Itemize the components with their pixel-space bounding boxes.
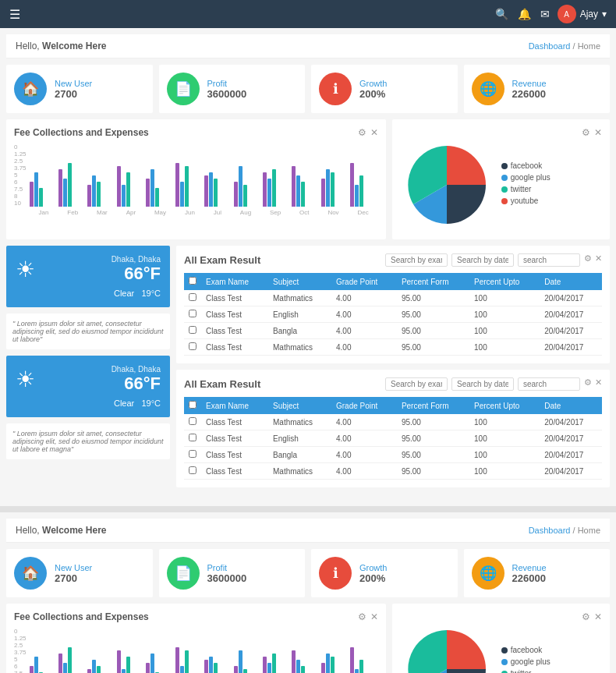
close-icon-2[interactable]: ✕ bbox=[370, 611, 378, 622]
search-input-2[interactable] bbox=[518, 377, 580, 391]
exam-table: Exam NameSubjectGrade PointPercent FormP… bbox=[184, 397, 602, 480]
cell-3-2: 4.00 bbox=[331, 339, 397, 356]
cell-0-0: Class Test bbox=[201, 290, 268, 306]
stat-value-1: 3600000 bbox=[207, 572, 298, 584]
bar-0-1 bbox=[34, 172, 38, 207]
legend-item-2: twitter bbox=[501, 669, 551, 673]
row-checkbox-0[interactable] bbox=[189, 417, 196, 425]
weather-temp-1: 66°F bbox=[112, 374, 161, 394]
search-input-0[interactable] bbox=[385, 377, 448, 391]
stat-value-3: 226000 bbox=[512, 572, 603, 584]
weather-sub-0: Clear 19°C bbox=[16, 289, 161, 298]
row-checkbox-3[interactable] bbox=[189, 466, 196, 474]
welcome-text-1: Hello, Welcome Here bbox=[16, 41, 107, 51]
select-all-checkbox[interactable] bbox=[189, 277, 196, 285]
exam-card: All Exam Result ⚙ ✕ Exam NameSubjectGrad… bbox=[176, 246, 610, 363]
row-checkbox-1[interactable] bbox=[189, 434, 196, 441]
bar-3-1 bbox=[122, 185, 126, 207]
bar-1-2 bbox=[68, 647, 72, 673]
bar-9-1 bbox=[296, 175, 300, 207]
search-input-2[interactable] bbox=[518, 253, 580, 267]
checkbox-col-header bbox=[184, 273, 201, 290]
cell-2-0: Class Test bbox=[201, 447, 268, 463]
breadcrumb-dashboard-link-2[interactable]: Dashboard bbox=[529, 526, 571, 535]
bar-group-11 bbox=[350, 163, 377, 207]
bar-8-0 bbox=[263, 172, 267, 207]
x-label: Aug bbox=[240, 209, 251, 216]
stat-value-2: 200% bbox=[359, 572, 450, 584]
row-checkbox-3[interactable] bbox=[189, 342, 196, 350]
stat-icon-2: ℹ bbox=[319, 557, 352, 590]
stats-row-2: 🏠 New User 2700 📄 Profit 3600000 ℹ Growt… bbox=[6, 549, 610, 597]
y-label: 2.5 bbox=[14, 642, 27, 649]
exam-controls: ⚙ ✕ bbox=[385, 253, 602, 267]
exam-header: All Exam Result ⚙ ✕ bbox=[184, 253, 602, 267]
link-icon-pie[interactable]: ⚙ bbox=[582, 127, 590, 138]
bar-group-3 bbox=[117, 166, 144, 207]
table-row: Class TestEnglish4.0095.0010020/04/2017 bbox=[184, 430, 602, 447]
bar-7-1 bbox=[239, 166, 243, 207]
bar-4-2 bbox=[155, 188, 159, 207]
breadcrumb-dashboard-link[interactable]: Dashboard bbox=[529, 41, 571, 51]
bar-group-7 bbox=[234, 166, 261, 207]
row-checkbox-2[interactable] bbox=[189, 450, 196, 458]
bar-5-1 bbox=[180, 182, 184, 207]
row-checkbox-1[interactable] bbox=[189, 310, 196, 317]
charts-row-1: ⚙ ✕ Fee Collections and Expenses 1087.56… bbox=[6, 119, 610, 239]
legend-dot-1 bbox=[501, 659, 508, 665]
weather-right-0: Dhaka, Dhaka 66°F bbox=[112, 255, 161, 284]
settings-icon[interactable]: ✕ bbox=[595, 253, 602, 267]
bar-11-2 bbox=[359, 175, 363, 207]
stat-card-2: ℹ Growth 200% bbox=[311, 65, 458, 113]
section-2: Hello, Welcome Here Dashboard / Home 🏠 N… bbox=[0, 512, 616, 673]
bar-10-0 bbox=[321, 663, 325, 673]
bar-6-2 bbox=[214, 663, 218, 673]
search-input-0[interactable] bbox=[385, 253, 448, 267]
y-label: 5 bbox=[14, 172, 27, 179]
stat-label-3: Revenue bbox=[512, 563, 603, 572]
cell-0-4: 100 bbox=[469, 290, 540, 306]
cell-2-1: Bangla bbox=[268, 447, 331, 463]
cell-1-4: 100 bbox=[469, 430, 540, 447]
legend-item-1: google plus bbox=[501, 657, 551, 666]
link-icon[interactable]: ⚙ bbox=[358, 127, 366, 138]
legend-label-2: twitter bbox=[511, 669, 532, 673]
stat-icon-3: 🌐 bbox=[472, 557, 504, 590]
bar-group-5 bbox=[175, 163, 203, 207]
user-avatar[interactable]: A Ajay ▾ bbox=[558, 5, 607, 23]
search-input-1[interactable] bbox=[451, 253, 514, 267]
row-checkbox-0[interactable] bbox=[189, 293, 196, 301]
legend-item-2: twitter bbox=[501, 185, 551, 193]
row-checkbox-2[interactable] bbox=[189, 326, 196, 334]
bar-6-0 bbox=[204, 660, 208, 673]
cell-3-3: 95.00 bbox=[397, 339, 469, 356]
hamburger-icon[interactable]: ☰ bbox=[9, 7, 20, 22]
message-icon[interactable]: ✉ bbox=[540, 8, 550, 20]
search-icon[interactable]: 🔍 bbox=[495, 8, 508, 20]
settings-icon[interactable]: ✕ bbox=[595, 377, 602, 391]
bar-8-2 bbox=[272, 169, 276, 207]
bar-group-11 bbox=[350, 647, 377, 673]
close-icon-pie-2[interactable]: ✕ bbox=[594, 611, 602, 622]
settings-icon-2[interactable]: ⚙ bbox=[358, 611, 366, 622]
stat-info-1: Profit 3600000 bbox=[207, 563, 298, 584]
bar-5-1 bbox=[180, 666, 184, 673]
filter-icon[interactable]: ⚙ bbox=[584, 253, 592, 267]
settings-icon-pie-2[interactable]: ⚙ bbox=[582, 611, 590, 622]
close-icon-pie[interactable]: ✕ bbox=[594, 127, 602, 138]
cell-2-5: 20/04/2017 bbox=[540, 447, 602, 463]
bar-8-2 bbox=[272, 654, 276, 673]
filter-icon[interactable]: ⚙ bbox=[584, 377, 592, 391]
notification-icon[interactable]: 🔔 bbox=[518, 8, 531, 20]
cell-2-3: 95.00 bbox=[397, 447, 469, 463]
settings-icon[interactable]: ✕ bbox=[370, 127, 378, 138]
stat-info-2: Growth 200% bbox=[359, 563, 450, 584]
cell-0-3: 95.00 bbox=[397, 290, 469, 306]
pie-legend-2: facebookgoogle plustwitteryoutube bbox=[501, 646, 551, 673]
pie-container-1: facebookgoogle plustwitteryoutube bbox=[400, 138, 602, 232]
select-all-checkbox[interactable] bbox=[189, 401, 196, 409]
search-input-1[interactable] bbox=[451, 377, 514, 391]
cell-1-5: 20/04/2017 bbox=[540, 430, 602, 447]
bar-9-2 bbox=[301, 182, 305, 207]
pie-container-2: facebookgoogle plustwitteryoutube bbox=[400, 622, 602, 673]
